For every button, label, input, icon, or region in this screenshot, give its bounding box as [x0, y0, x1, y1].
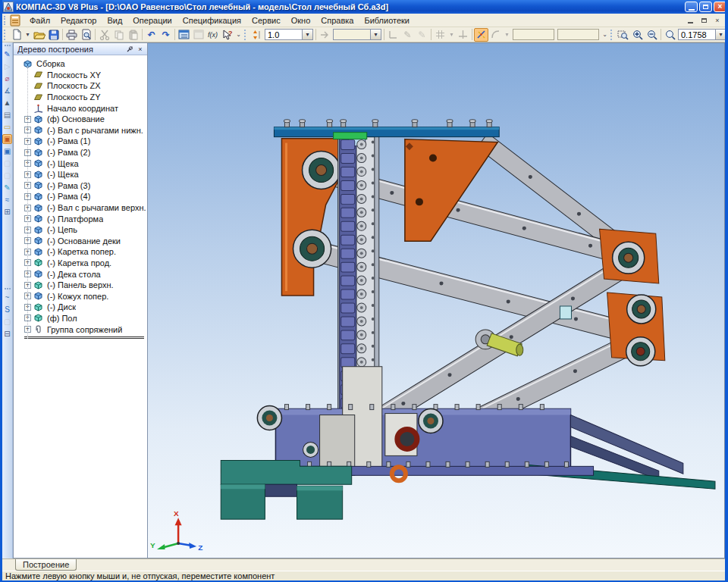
tree-item-label[interactable]: (-) Вал с рычагами нижн.	[47, 126, 143, 135]
menu-item-2[interactable]: Вид	[102, 15, 127, 26]
tab-build[interactable]: Построение	[15, 559, 77, 571]
zoom-scale-dropdown[interactable]: ▾	[716, 29, 726, 40]
menu-item-4[interactable]: Спецификация	[177, 15, 246, 26]
state-toolbar-grip[interactable]	[244, 30, 248, 40]
curve-tool-icon[interactable]: ~	[2, 293, 12, 302]
tree-item[interactable]: Сборка	[14, 58, 147, 70]
tree-item-label[interactable]: (-) Рама (3)	[47, 181, 90, 190]
zoom-scale-value[interactable]: 0.1758	[678, 29, 716, 40]
measure-icon[interactable]: ⌀	[2, 74, 12, 83]
close-button[interactable]: ×	[714, 2, 726, 12]
coordinate-x-field[interactable]	[513, 29, 554, 40]
menu-grip[interactable]	[4, 16, 8, 25]
redo-button[interactable]: ↷	[158, 28, 173, 42]
tree-item[interactable]: Плоскость ZX	[14, 80, 147, 92]
local-cs-button[interactable]	[386, 28, 400, 42]
rounding-button[interactable]	[488, 28, 503, 42]
current-step-value[interactable]: 1.0	[265, 29, 303, 40]
assembly-mode-icon[interactable]: ▣	[2, 134, 12, 144]
tree-item-label[interactable]: (-) Диск	[47, 302, 76, 311]
paste-button[interactable]	[126, 28, 140, 42]
open-button[interactable]	[32, 28, 46, 42]
tree-item[interactable]: +(-) Основание деки	[14, 236, 147, 247]
tree-item-label[interactable]: (-) Рама (1)	[47, 136, 90, 146]
tree-item[interactable]: Плоскость ZY	[14, 92, 147, 103]
aux-tool-icon[interactable]: ▢	[2, 317, 12, 327]
orientation-value[interactable]	[333, 29, 371, 40]
tree-item[interactable]: +(-) Щека	[14, 169, 147, 180]
tree-item[interactable]: +(-) Вал с рычагами верхн.	[14, 202, 147, 214]
tree-item-label[interactable]: (-) Щека	[47, 170, 79, 179]
tree-item-label[interactable]: (-) Основание деки	[47, 236, 121, 246]
tree-item-label[interactable]: Плоскость ZY	[47, 92, 101, 102]
new-document-button[interactable]	[9, 28, 24, 42]
tree-item[interactable]: +(-) Дека стола	[14, 268, 147, 280]
tree-item-label[interactable]: Плоскость ZX	[47, 81, 101, 90]
menu-item-5[interactable]: Сервис	[246, 15, 286, 26]
tree-item[interactable]: +Группа сопряжений	[14, 324, 147, 335]
sketch-icon[interactable]: ✎	[2, 183, 12, 192]
tree-item[interactable]: Начало координат	[14, 102, 147, 114]
tree-item-label[interactable]: Плоскость XY	[47, 70, 101, 80]
tree-item-label[interactable]: (ф) Основание	[47, 114, 105, 124]
tree-item-label[interactable]: (-) Кожух попер.	[47, 292, 108, 301]
pencil-edit-2-button[interactable]: ✎	[415, 28, 429, 42]
tree-item[interactable]: +(-) Кожух попер.	[14, 290, 147, 302]
toolbar-overflow-1[interactable]: ⌄	[234, 29, 243, 41]
strip-grip-bottom[interactable]	[5, 288, 11, 291]
tree-item[interactable]: +(-) Цепь	[14, 224, 147, 236]
properties-button[interactable]	[191, 28, 206, 42]
toolbar-overflow-2[interactable]: ⌄	[601, 29, 609, 41]
zoom-area-button[interactable]	[663, 28, 677, 42]
undo-button[interactable]: ↶	[144, 28, 158, 42]
tree-item-label[interactable]: (-) Рама (2)	[47, 148, 90, 157]
edit-document-icon[interactable]: ✎	[2, 49, 12, 59]
tree-close-icon[interactable]: ×	[135, 44, 146, 54]
filmstrip-icon[interactable]: ▤	[2, 110, 12, 120]
tree-item-label[interactable]: (-) Цепь	[47, 225, 77, 234]
tree-item[interactable]: +(-) Щека	[14, 158, 147, 169]
rounding-dropdown[interactable]: ▾	[503, 29, 511, 41]
tree-item-label[interactable]: Сборка	[36, 59, 65, 68]
tree-item-label[interactable]: Начало координат	[47, 104, 118, 113]
mdi-close-button[interactable]: ×	[711, 15, 723, 25]
tree-item-label[interactable]: (-) Щека	[47, 159, 79, 168]
menu-item-7[interactable]: Справка	[315, 15, 359, 26]
tree-item[interactable]: +(-) Рама (1)	[14, 136, 147, 147]
part-mode-icon[interactable]: ▣	[2, 146, 12, 156]
tree-item[interactable]: +(ф) Основание	[14, 114, 147, 125]
copy-button[interactable]	[111, 28, 126, 42]
tree-item-label[interactable]: (-) Дека стола	[47, 270, 101, 279]
save-button[interactable]	[46, 28, 61, 42]
axes-button[interactable]	[456, 28, 470, 42]
restore-button[interactable]	[699, 2, 712, 12]
variables-window-button[interactable]	[177, 28, 191, 42]
tree-item[interactable]: +(-) Диск	[14, 302, 147, 313]
select-arrow-icon[interactable]: ▷	[2, 61, 12, 71]
tree-item[interactable]: +(-) Каретка попер.	[14, 246, 147, 258]
grid-button[interactable]	[433, 28, 447, 42]
menu-item-6[interactable]: Окно	[286, 15, 316, 26]
print-button[interactable]	[64, 28, 79, 42]
minimize-button[interactable]	[685, 2, 698, 12]
document-menu-icon[interactable]	[9, 14, 21, 27]
phantoms-button[interactable]	[474, 28, 488, 42]
pin-icon[interactable]	[124, 44, 135, 54]
zoom-out-button[interactable]	[645, 28, 659, 42]
view-toolbar-grip[interactable]	[610, 30, 614, 40]
zoom-in-button[interactable]	[630, 28, 645, 42]
tree-item-label[interactable]: (-) Платформа	[47, 214, 103, 224]
toolbar-grip[interactable]	[4, 30, 8, 40]
tree-item-label[interactable]: (-) Каретка попер.	[47, 247, 116, 256]
hidden-tool-icon-2[interactable]: ▢	[2, 171, 12, 180]
zoom-window-button[interactable]	[616, 28, 630, 42]
orientation-button[interactable]	[318, 28, 332, 42]
tree-item-label[interactable]: (-) Рама (4)	[47, 192, 90, 201]
tree-item[interactable]: +(-) Платформа	[14, 213, 147, 224]
tree-item[interactable]: +(-) Рама (4)	[14, 191, 147, 202]
menu-item-3[interactable]: Операции	[127, 15, 177, 26]
tree-item-label[interactable]: (-) Панель верхн.	[47, 280, 114, 289]
print-preview-button[interactable]	[79, 28, 93, 42]
mdi-minimize-button[interactable]	[684, 15, 696, 25]
hidden-tool-icon-1[interactable]: ▢	[2, 158, 12, 168]
